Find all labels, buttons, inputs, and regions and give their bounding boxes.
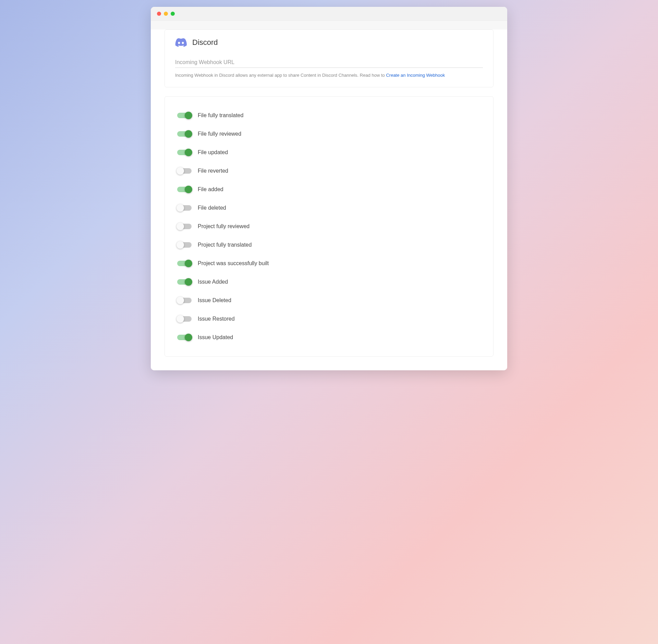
toggle-knob: [176, 223, 184, 230]
toggle-row: Project was successfully built: [177, 254, 481, 273]
close-button[interactable]: [157, 12, 161, 16]
content-area: Discord Incoming Webhook URL Incoming We…: [151, 29, 507, 370]
discord-settings-card: Discord Incoming Webhook URL Incoming We…: [164, 29, 494, 87]
toggle-knob: [185, 334, 192, 341]
toggle-row: Project fully translated: [177, 236, 481, 254]
toggle-knob: [176, 167, 184, 175]
toggle-row: File fully reviewed: [177, 125, 481, 143]
toggle-label: Issue Added: [198, 279, 228, 285]
toggle-label: Issue Deleted: [198, 297, 231, 304]
toggle-switch[interactable]: [177, 187, 192, 192]
app-window: Discord Incoming Webhook URL Incoming We…: [151, 7, 507, 370]
toggle-knob: [185, 130, 192, 138]
toggle-switch[interactable]: [177, 150, 192, 155]
toggle-row: File reverted: [177, 162, 481, 180]
toggle-knob: [185, 149, 192, 156]
notification-toggles-card: File fully translatedFile fully reviewed…: [164, 96, 494, 357]
card-title: Discord: [192, 38, 218, 47]
toggle-knob: [185, 278, 192, 286]
toggle-label: Project was successfully built: [198, 260, 269, 267]
toggle-label: Project fully translated: [198, 242, 252, 248]
toggle-label: File added: [198, 186, 223, 193]
toggle-row: Issue Updated: [177, 328, 481, 347]
toggle-switch[interactable]: [177, 261, 192, 266]
toggle-row: Issue Added: [177, 273, 481, 291]
toggle-row: File deleted: [177, 199, 481, 217]
toggle-knob: [176, 241, 184, 249]
toggle-switch[interactable]: [177, 279, 192, 285]
toggle-label: File updated: [198, 149, 228, 156]
webhook-url-input[interactable]: Incoming Webhook URL: [175, 59, 483, 68]
toggle-switch[interactable]: [177, 224, 192, 229]
card-header: Discord: [175, 38, 483, 47]
toggle-switch[interactable]: [177, 205, 192, 211]
discord-icon: [175, 38, 187, 47]
toggle-label: File fully translated: [198, 112, 243, 119]
toggle-row: Issue Deleted: [177, 291, 481, 310]
toggle-label: Issue Updated: [198, 334, 233, 340]
helper-prefix: Incoming Webhook in Discord allows any e…: [175, 73, 386, 78]
toggle-switch[interactable]: [177, 113, 192, 118]
toggle-switch[interactable]: [177, 168, 192, 174]
toggle-row: File updated: [177, 143, 481, 162]
toggle-switch[interactable]: [177, 316, 192, 322]
toggle-row: File fully translated: [177, 106, 481, 125]
toggle-switch[interactable]: [177, 131, 192, 137]
toggle-row: Project fully reviewed: [177, 217, 481, 236]
toggle-label: File reverted: [198, 168, 228, 174]
toggle-switch[interactable]: [177, 335, 192, 340]
toggle-label: Issue Restored: [198, 316, 235, 322]
toggle-switch[interactable]: [177, 242, 192, 248]
toggle-knob: [176, 315, 184, 323]
traffic-lights: [157, 12, 175, 16]
toggle-switch[interactable]: [177, 298, 192, 303]
toggle-knob: [185, 112, 192, 119]
titlebar: [151, 7, 507, 21]
toggle-label: File deleted: [198, 205, 226, 211]
maximize-button[interactable]: [171, 12, 175, 16]
toggle-row: Issue Restored: [177, 310, 481, 328]
toggle-knob: [185, 260, 192, 267]
webhook-url-placeholder: Incoming Webhook URL: [175, 59, 483, 65]
toggle-label: Project fully reviewed: [198, 223, 249, 230]
create-webhook-link[interactable]: Create an Incoming Webhook: [386, 73, 445, 78]
minimize-button[interactable]: [164, 12, 168, 16]
toggle-knob: [185, 186, 192, 193]
toggle-knob: [176, 204, 184, 212]
toggle-row: File added: [177, 180, 481, 199]
webhook-helper-text: Incoming Webhook in Discord allows any e…: [175, 72, 483, 79]
toggle-knob: [176, 297, 184, 304]
toggle-label: File fully reviewed: [198, 131, 241, 137]
